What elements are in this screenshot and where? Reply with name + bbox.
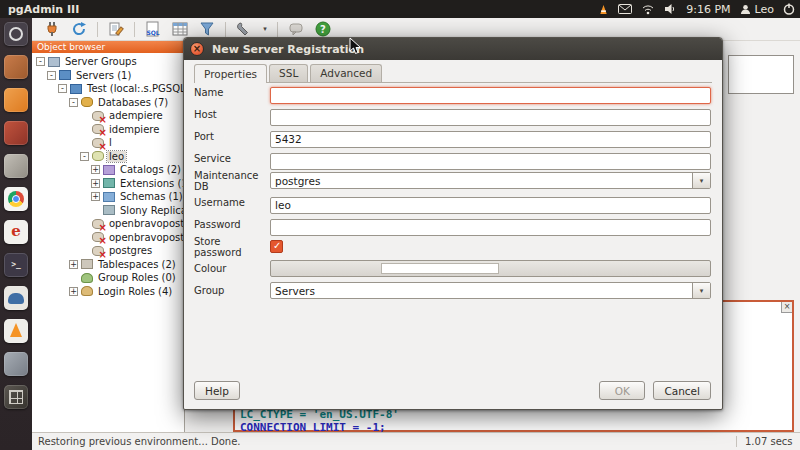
tree-item-servers-1[interactable]: -Servers (1): [32, 69, 184, 83]
expand-icon[interactable]: +: [69, 287, 78, 296]
collapse-icon[interactable]: -: [47, 71, 56, 80]
expand-icon[interactable]: +: [91, 165, 100, 174]
catalogs-icon: [103, 165, 115, 175]
tree-item-label: Login Roles (4): [96, 286, 174, 297]
username-control: [270, 194, 711, 211]
db-x-icon: [92, 138, 104, 148]
password-label: Password: [194, 219, 270, 230]
tree-item-openbravopostgres[interactable]: openbravopostgres: [32, 231, 184, 245]
view-data-button[interactable]: [168, 19, 192, 39]
launcher-vlc-icon[interactable]: [4, 319, 28, 343]
vlc-tray-icon[interactable]: [598, 4, 609, 15]
tree-item-label: leo: [107, 151, 126, 162]
mail-tray-icon[interactable]: [618, 4, 632, 14]
dialog-tabs: PropertiesSSLAdvanced: [194, 64, 712, 83]
group-label: Group: [194, 285, 270, 296]
colour-picker[interactable]: [270, 260, 711, 277]
tree-item-slony-replication-0[interactable]: Slony Replication (0): [32, 204, 184, 218]
user-name-label: Leo: [755, 3, 774, 16]
store-password-checkbox[interactable]: [270, 240, 283, 253]
app-title: pgAdmin III: [8, 3, 79, 16]
hint-button[interactable]: [284, 19, 308, 39]
launcher-dash-home-icon[interactable]: [4, 22, 28, 46]
launcher-terminal-icon[interactable]: [4, 253, 28, 277]
help-button[interactable]: Help: [194, 381, 240, 400]
mouse-cursor: [349, 37, 363, 59]
tree-item-openbravopostgres[interactable]: openbravopostgres: [32, 217, 184, 231]
field-row-host: Host: [194, 106, 711, 123]
plugin-tool-button[interactable]: [232, 19, 256, 39]
username-input[interactable]: [270, 197, 711, 214]
tab-advanced[interactable]: Advanced: [310, 64, 382, 82]
tab-properties[interactable]: Properties: [194, 64, 267, 83]
tree-item-l[interactable]: l: [32, 136, 184, 150]
add-server-connection-button[interactable]: [40, 19, 64, 39]
db-open-icon: [92, 151, 104, 161]
launcher-chrome-icon[interactable]: [4, 187, 28, 211]
launcher-folder-icon[interactable]: [4, 88, 28, 112]
maintenance-db-combo[interactable]: postgres: [270, 172, 711, 189]
service-input[interactable]: [270, 153, 711, 170]
colour-label: Colour: [194, 263, 270, 274]
cancel-button[interactable]: Cancel: [653, 381, 711, 400]
clock-label[interactable]: 9:16 PM: [686, 3, 730, 16]
tree-item-label: openbravopostgres: [107, 218, 185, 229]
launcher-pgadmin-icon[interactable]: [4, 286, 28, 310]
password-input[interactable]: [270, 219, 711, 236]
refresh-object-button[interactable]: [67, 19, 91, 39]
tab-ssl[interactable]: SSL: [269, 64, 308, 82]
network-tray-icon[interactable]: [641, 3, 655, 15]
group-combo[interactable]: Servers: [270, 282, 711, 299]
launcher-text-editor-icon[interactable]: [4, 220, 28, 244]
combo-dropdown-icon[interactable]: [692, 173, 710, 188]
ok-button[interactable]: OK: [599, 381, 645, 400]
launcher-system-monitor-icon[interactable]: [4, 352, 28, 376]
button-spacer: [248, 381, 591, 400]
db-x-icon: [92, 232, 104, 242]
filter-data-button[interactable]: [195, 19, 219, 39]
port-input[interactable]: [270, 131, 711, 148]
tree-item-idempiere[interactable]: idempiere: [32, 123, 184, 137]
tree-item-schemas-1[interactable]: +Schemas (1): [32, 190, 184, 204]
store-password-control: [270, 238, 711, 255]
tree-item-databases-7[interactable]: -Databases (7): [32, 96, 184, 110]
help-button[interactable]: ?: [311, 19, 335, 39]
name-input[interactable]: [270, 87, 711, 104]
tree-item-tablespaces-2[interactable]: +Tablespaces (2): [32, 258, 184, 272]
expand-icon[interactable]: +: [91, 179, 100, 188]
host-input[interactable]: [270, 109, 711, 126]
launcher-settings-icon[interactable]: [4, 154, 28, 178]
tree-item-extensions-1[interactable]: +Extensions (1): [32, 177, 184, 191]
tree-item-group-roles-0[interactable]: Group Roles (0): [32, 271, 184, 285]
expand-icon[interactable]: +: [69, 260, 78, 269]
combo-dropdown-icon[interactable]: [692, 283, 710, 298]
tree-item-login-roles-4[interactable]: +Login Roles (4): [32, 285, 184, 299]
collapse-icon[interactable]: -: [36, 57, 45, 66]
tree-item-server-groups[interactable]: -Server Groups: [32, 55, 184, 69]
tree-item-label: Tablespaces (2): [96, 259, 178, 270]
tree-item-leo[interactable]: -leo: [32, 150, 184, 164]
collapse-icon[interactable]: -: [69, 98, 78, 107]
collapse-icon[interactable]: -: [80, 152, 89, 161]
tree-item-label: openbravopostgres: [107, 232, 185, 243]
dialog-close-icon[interactable]: [190, 42, 204, 56]
expand-icon[interactable]: +: [91, 192, 100, 201]
password-control: [270, 216, 711, 233]
sql-window-button[interactable]: SQL: [141, 19, 165, 39]
tree-item-catalogs-2[interactable]: +Catalogs (2): [32, 163, 184, 177]
plugin-dropdown-button[interactable]: ▾: [259, 19, 271, 39]
sql-pane-close-button[interactable]: [781, 302, 792, 313]
session-power-icon[interactable]: [783, 3, 795, 15]
tree-item-test-local-s-pgsql-5432[interactable]: -Test (local:.s.PGSQL.5432): [32, 82, 184, 96]
user-menu[interactable]: Leo: [740, 3, 774, 16]
launcher-software-center-icon[interactable]: [4, 121, 28, 145]
tree-item-adempiere[interactable]: adempiere: [32, 109, 184, 123]
tree-item-postgres[interactable]: postgres: [32, 244, 184, 258]
launcher-files-icon[interactable]: [4, 55, 28, 79]
object-properties-button[interactable]: [104, 19, 128, 39]
collapse-icon[interactable]: -: [58, 84, 67, 93]
launcher-workspace-switcher-icon[interactable]: [4, 385, 28, 409]
dialog-form: NameHostPortServiceMaintenance DBpostgre…: [194, 84, 711, 304]
volume-tray-icon[interactable]: [664, 3, 677, 15]
dialog-titlebar[interactable]: New Server Registration: [184, 38, 722, 60]
